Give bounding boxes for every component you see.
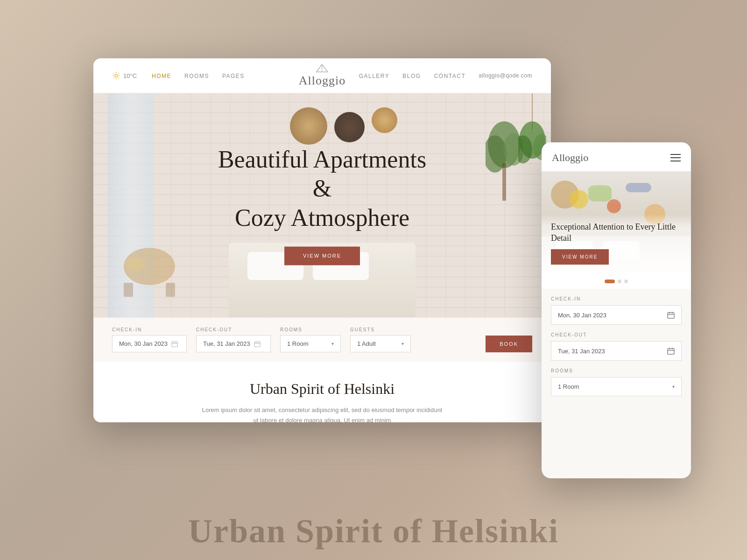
- weather-widget: 10°C: [112, 71, 137, 80]
- hamburger-line-3: [670, 161, 681, 161]
- hero-section: Beautiful Apartments & Cozy Atmosphere V…: [93, 93, 551, 317]
- checkin-value: Mon, 30 Jan 2023: [119, 340, 168, 347]
- svg-rect-22: [172, 342, 177, 347]
- mobile-rooms-label: ROOMS: [551, 368, 682, 373]
- nav-email: alloggio@qode.com: [479, 72, 532, 79]
- hero-text-block: Beautiful Apartments & Cozy Atmosphere V…: [208, 145, 437, 265]
- mobile-checkout-input[interactable]: Tue, 31 Jan 2023: [551, 341, 682, 361]
- hamburger-menu-button[interactable]: [670, 154, 681, 161]
- svg-rect-34: [668, 349, 674, 354]
- nav-item-contact[interactable]: CONTACT: [434, 71, 466, 80]
- logo-text: Alloggio: [299, 74, 345, 88]
- mobile-booking-form: CHECK-IN Mon, 30 Jan 2023 CHECK-OUT Tue,…: [542, 289, 691, 404]
- background-title: Urban Spirit of Helsinki: [188, 512, 559, 551]
- calendar-icon-checkout: [254, 341, 261, 347]
- nav-link-pages[interactable]: PAGES: [222, 73, 245, 79]
- rooms-field: ROOMS 1 Room ▾: [280, 327, 341, 352]
- chevron-down-guests-icon: ▾: [402, 341, 404, 346]
- mobile-window: Alloggio: [542, 142, 691, 478]
- svg-point-19: [126, 257, 145, 271]
- mobile-hero-title: Exceptional Attention to Every Little De…: [551, 222, 682, 244]
- svg-line-5: [113, 73, 114, 74]
- nav-item-gallery[interactable]: GALLERY: [359, 71, 390, 80]
- slider-dot-3[interactable]: [624, 280, 628, 283]
- mobile-hero-button[interactable]: VIEW MORE: [551, 249, 609, 265]
- abstract-mark-3: [588, 185, 612, 202]
- nav-item-rooms[interactable]: ROOMS: [184, 71, 209, 80]
- checkout-field: CHECK-OUT Tue, 31 Jan 2023: [196, 327, 271, 352]
- nav-link-rooms[interactable]: ROOMS: [184, 73, 209, 79]
- mobile-logo[interactable]: Alloggio: [552, 152, 588, 164]
- nav-item-pages[interactable]: PAGES: [222, 71, 245, 80]
- svg-line-8: [118, 73, 119, 74]
- slider-dots: [542, 274, 691, 289]
- abstract-mark-5: [626, 183, 651, 192]
- book-button-container: BOOK: [486, 328, 532, 352]
- mobile-checkout-label: CHECK-OUT: [551, 332, 682, 337]
- guests-select[interactable]: 1 Adult ▾: [350, 335, 411, 352]
- mobile-checkin-input[interactable]: Mon, 30 Jan 2023: [551, 305, 682, 325]
- mobile-hero: Exceptional Attention to Every Little De…: [542, 171, 691, 274]
- temperature: 10°C: [123, 72, 137, 79]
- mobile-rooms-value: 1 Room: [558, 383, 579, 390]
- checkout-input[interactable]: Tue, 31 Jan 2023: [196, 335, 271, 352]
- plant-svg: [486, 107, 523, 201]
- rooms-label: ROOMS: [280, 327, 341, 332]
- svg-rect-21: [166, 283, 175, 297]
- nav-link-blog[interactable]: BLOG: [402, 73, 421, 79]
- svg-line-6: [118, 77, 119, 78]
- book-button[interactable]: BOOK: [486, 336, 532, 352]
- svg-rect-20: [124, 283, 133, 297]
- mobile-rooms-select[interactable]: 1 Room ▾: [551, 377, 682, 396]
- chair-svg: [121, 236, 177, 297]
- rooms-select[interactable]: 1 Room ▾: [280, 335, 341, 352]
- mobile-checkin-label: CHECK-IN: [551, 296, 682, 301]
- checkin-field: CHECK-IN Mon, 30 Jan 2023: [112, 327, 187, 352]
- rooms-value: 1 Room: [287, 340, 309, 347]
- logo-icon: [315, 63, 329, 73]
- mobile-checkin-value: Mon, 30 Jan 2023: [558, 312, 606, 319]
- svg-rect-26: [254, 342, 260, 347]
- guests-value: 1 Adult: [357, 340, 376, 347]
- mobile-nav: Alloggio: [542, 142, 691, 171]
- scene: 10°C HOME ROOMS PAGES: [93, 58, 654, 502]
- svg-point-0: [115, 74, 118, 77]
- slider-dot-2[interactable]: [618, 280, 621, 283]
- mobile-checkout-value: Tue, 31 Jan 2023: [558, 348, 605, 355]
- nav-item-home[interactable]: HOME: [152, 71, 171, 80]
- mobile-chevron-down-icon: ▾: [672, 384, 675, 389]
- content-section: Urban Spirit of Helsinki Lorem ipsum dol…: [93, 362, 551, 422]
- checkout-value: Tue, 31 Jan 2023: [203, 340, 250, 347]
- svg-rect-30: [668, 313, 674, 318]
- hero-title: Beautiful Apartments & Cozy Atmosphere: [208, 145, 437, 232]
- hero-view-more-button[interactable]: VIEW MORE: [284, 247, 360, 266]
- booking-bar: CHECK-IN Mon, 30 Jan 2023 CHECK-OUT Tue,…: [93, 317, 551, 362]
- chevron-down-icon: ▾: [331, 341, 334, 346]
- checkin-label: CHECK-IN: [112, 327, 187, 332]
- nav-links-right: GALLERY BLOG CONTACT: [359, 71, 466, 80]
- nav-link-gallery[interactable]: GALLERY: [359, 73, 390, 79]
- desktop-logo[interactable]: Alloggio: [299, 63, 345, 88]
- calendar-icon: [171, 341, 178, 347]
- plant-group: [486, 107, 523, 203]
- slider-dot-1[interactable]: [605, 280, 615, 283]
- guests-label: GUESTS: [350, 327, 411, 332]
- section-title: Urban Spirit of Helsinki: [112, 380, 532, 398]
- sun-icon: [112, 71, 120, 80]
- guests-field: GUESTS 1 Adult ▾: [350, 327, 411, 352]
- mobile-hero-text: Exceptional Attention to Every Little De…: [542, 214, 691, 274]
- abstract-mark-4: [607, 199, 621, 213]
- nav-left: 10°C HOME ROOMS PAGES: [112, 71, 245, 80]
- nav-link-home[interactable]: HOME: [152, 73, 171, 79]
- nav-link-contact[interactable]: CONTACT: [434, 73, 466, 79]
- checkout-label: CHECK-OUT: [196, 327, 271, 332]
- mobile-calendar-checkin-icon: [667, 311, 675, 319]
- chair: [121, 236, 177, 299]
- section-text: Lorem ipsum dolor sit amet, consectetur …: [201, 405, 444, 422]
- checkin-input[interactable]: Mon, 30 Jan 2023: [112, 335, 187, 352]
- svg-line-7: [113, 77, 114, 78]
- hamburger-line-1: [670, 154, 681, 155]
- nav-item-blog[interactable]: BLOG: [402, 71, 421, 80]
- hamburger-line-2: [670, 157, 681, 158]
- abstract-mark-2: [570, 190, 588, 209]
